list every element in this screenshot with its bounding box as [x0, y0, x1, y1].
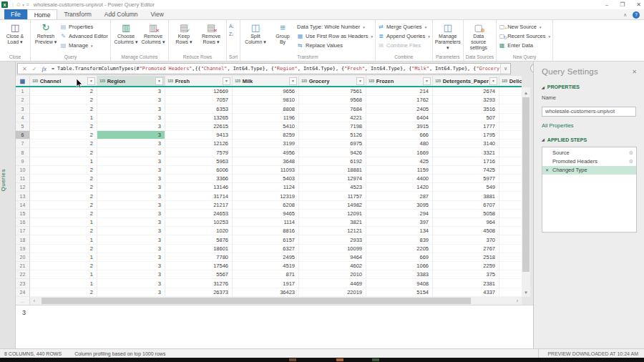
- sort-za-button[interactable]: Z↓: [229, 31, 233, 37]
- hscroll-left-arrow[interactable]: ‹: [30, 297, 39, 305]
- grid-cell[interactable]: 6975: [299, 140, 366, 148]
- hscroll-thumb[interactable]: [42, 298, 471, 304]
- query-name-input[interactable]: [542, 107, 636, 117]
- grid-cell[interactable]: 507: [433, 114, 499, 122]
- vscroll-thumb[interactable]: [522, 97, 530, 272]
- grid-cell[interactable]: 8808: [233, 104, 299, 113]
- grid-cell[interactable]: 3915: [366, 122, 433, 131]
- row-number[interactable]: 21: [16, 262, 30, 270]
- grid-cell[interactable]: 3516: [433, 104, 499, 113]
- grid-cell[interactable]: 2: [30, 245, 97, 253]
- grid-cell[interactable]: 1: [30, 270, 97, 279]
- column-header-frozen[interactable]: 123Frozen▼: [366, 76, 433, 86]
- grid-cell[interactable]: 1788: [499, 114, 522, 122]
- grid-cell[interactable]: 1451: [499, 131, 522, 140]
- grid-cell[interactable]: 12319: [233, 192, 299, 200]
- grid-cell[interactable]: 3821: [299, 218, 366, 227]
- grid-cell[interactable]: 2010: [299, 270, 366, 279]
- grid-cell[interactable]: 5977: [433, 175, 499, 183]
- column-header-grocery[interactable]: 123Grocery▼: [299, 76, 366, 86]
- restore-button[interactable]: ❐: [620, 1, 625, 8]
- grid-cell[interactable]: 1716: [433, 157, 499, 166]
- grid-cell[interactable]: 9656: [233, 87, 299, 96]
- grid-cell[interactable]: 2933: [299, 235, 366, 244]
- grid-cell[interactable]: 3: [97, 210, 165, 218]
- group-by-button[interactable]: ≡Group By: [270, 21, 296, 45]
- grid-cell[interactable]: 2124: [499, 262, 522, 270]
- grid-cell[interactable]: 3181: [499, 245, 522, 253]
- formula-expand-icon[interactable]: ∨: [500, 64, 510, 74]
- column-header-channel[interactable]: 123Channel▼: [30, 76, 97, 86]
- grid-cell[interactable]: 871: [233, 270, 299, 279]
- grid-cell[interactable]: 4469: [299, 279, 366, 288]
- grid-cell[interactable]: 26373: [165, 288, 233, 297]
- grid-cell[interactable]: 2495: [233, 253, 299, 262]
- queries-pane-collapsed[interactable]: Queries: [0, 62, 16, 348]
- grid-cell[interactable]: 1: [30, 279, 97, 288]
- quick-access-pin-icon[interactable]: =: [26, 2, 29, 7]
- applied-step-promoted-headers[interactable]: Promoted Headers⚙: [542, 157, 636, 166]
- grid-cell[interactable]: 2: [30, 210, 97, 218]
- row-number[interactable]: 1: [16, 87, 30, 96]
- grid-cell[interactable]: 11757: [299, 192, 366, 200]
- column-header-detergents-paper[interactable]: 123Detergents_Paper▼: [433, 76, 499, 86]
- grid-cell[interactable]: 1420: [366, 183, 433, 192]
- vertical-scrollbar[interactable]: ▲ ▼: [522, 87, 530, 297]
- grid-cell[interactable]: 12974: [299, 175, 366, 183]
- grid-cell[interactable]: 4519: [233, 262, 299, 270]
- row-number[interactable]: 22: [16, 270, 30, 279]
- split-column-button[interactable]: ◫Split Column ▾: [243, 21, 268, 45]
- grid-cell[interactable]: 2931: [499, 192, 522, 200]
- grid-cell[interactable]: 3: [97, 122, 165, 131]
- row-number[interactable]: 13: [16, 192, 30, 200]
- grid-cell[interactable]: 2: [30, 122, 97, 131]
- grid-cell[interactable]: 7198: [299, 122, 366, 131]
- grid-cell[interactable]: 3095: [366, 201, 433, 210]
- grid-cell[interactable]: 12091: [299, 210, 366, 218]
- grid-cell[interactable]: 1338: [499, 87, 522, 96]
- help-icon[interactable]: ?: [633, 11, 640, 19]
- row-number[interactable]: 24: [16, 288, 30, 297]
- grid-cell[interactable]: 370: [433, 235, 499, 244]
- grid-cell[interactable]: 3: [97, 262, 165, 270]
- grid-cell[interactable]: 5058: [433, 210, 499, 218]
- row-number[interactable]: 23: [16, 279, 30, 288]
- collapse-ribbon-icon[interactable]: ∧: [623, 12, 627, 18]
- grid-cell[interactable]: 6353: [165, 104, 233, 113]
- row-number[interactable]: 20: [16, 253, 30, 262]
- grid-cell[interactable]: 3: [97, 245, 165, 253]
- grid-cell[interactable]: 3383: [366, 270, 433, 279]
- grid-cell[interactable]: 1114: [233, 218, 299, 227]
- grid-cell[interactable]: 6006: [165, 166, 233, 175]
- grid-cell[interactable]: 5403: [233, 175, 299, 183]
- grid-cell[interactable]: 8816: [233, 227, 299, 235]
- grid-cell[interactable]: 14982: [299, 201, 366, 210]
- grid-cell[interactable]: 4523: [299, 183, 366, 192]
- grid-cell[interactable]: 549: [433, 183, 499, 192]
- row-number[interactable]: 8: [16, 148, 30, 157]
- filter-dropdown-icon[interactable]: ▼: [356, 77, 364, 85]
- grid-cell[interactable]: 18881: [299, 166, 366, 175]
- column-header-fresh[interactable]: 123Fresh▼: [165, 76, 233, 86]
- grid-cell[interactable]: 3: [97, 87, 165, 96]
- grid-cell[interactable]: 2566: [499, 148, 522, 157]
- grid-cell[interactable]: 12126: [165, 140, 233, 148]
- minimize-button[interactable]: –: [605, 1, 608, 8]
- grid-cell[interactable]: 1196: [233, 114, 299, 122]
- vscroll-down-arrow[interactable]: ▼: [522, 288, 530, 297]
- grid-cell[interactable]: 3: [97, 175, 165, 183]
- grid-cell[interactable]: 4956: [233, 148, 299, 157]
- grid-cell[interactable]: 5963: [165, 157, 233, 166]
- row-number[interactable]: 16: [16, 218, 30, 227]
- grid-cell[interactable]: 4221: [299, 114, 366, 122]
- grid-cell[interactable]: 497: [499, 183, 522, 192]
- grid-cell[interactable]: 4400: [366, 175, 433, 183]
- vscroll-up-arrow[interactable]: ▲: [522, 89, 530, 97]
- properties-button[interactable]: ▤Properties: [60, 23, 108, 31]
- grid-cell[interactable]: 5154: [366, 288, 433, 297]
- grid-cell[interactable]: 2674: [433, 87, 499, 96]
- row-number[interactable]: 5: [16, 122, 30, 131]
- remove-rows-button[interactable]: ▤✕Remove Rows ▾: [198, 21, 224, 45]
- grid-cell[interactable]: 3: [97, 227, 165, 235]
- grid-cell[interactable]: 397: [366, 218, 433, 227]
